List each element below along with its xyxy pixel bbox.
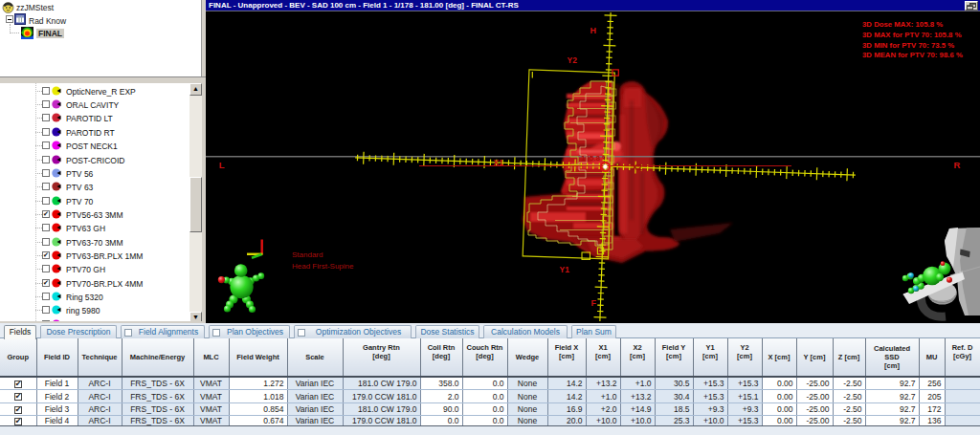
svg-text:H: H <box>590 26 597 35</box>
svg-text:X1: X1 <box>494 158 504 167</box>
svg-text:3D Dose MAX: 105.8 %: 3D Dose MAX: 105.8 % <box>862 20 943 29</box>
svg-text:Y1: Y1 <box>560 265 570 274</box>
svg-text:3D MEAN for PTV 70: 98.6 %: 3D MEAN for PTV 70: 98.6 % <box>862 51 963 59</box>
svg-text:L: L <box>219 160 225 170</box>
svg-text:Standard: Standard <box>292 250 323 259</box>
svg-text:3D MIN for PTV 70: 73.5 %: 3D MIN for PTV 70: 73.5 % <box>862 41 954 50</box>
svg-text:Y2: Y2 <box>568 55 578 65</box>
svg-text:F: F <box>591 298 597 308</box>
svg-text:3D MAX for PTV 70: 105.8 %: 3D MAX for PTV 70: 105.8 % <box>862 31 962 39</box>
svg-text:R: R <box>954 160 961 170</box>
svg-text:Head First-Supine: Head First-Supine <box>292 262 354 271</box>
svg-text:X2: X2 <box>633 163 643 172</box>
